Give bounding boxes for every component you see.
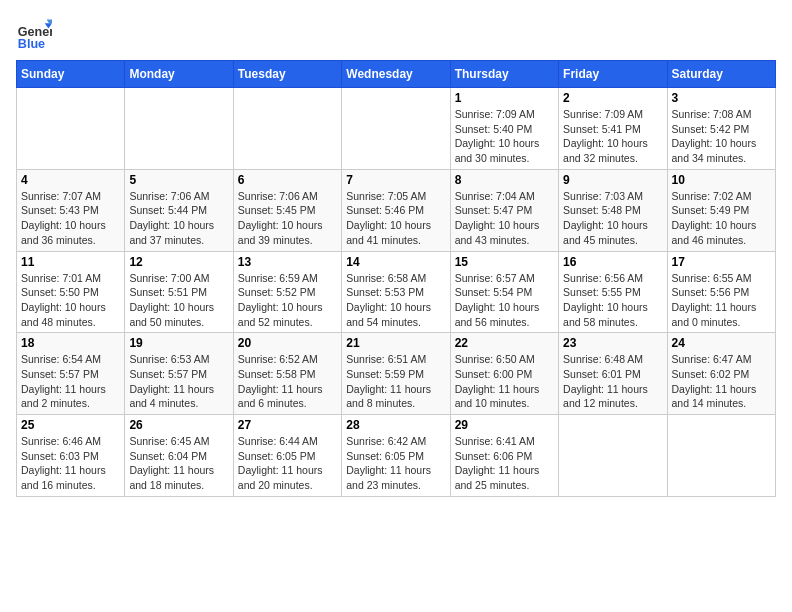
- calendar-cell: 24Sunrise: 6:47 AMSunset: 6:02 PMDayligh…: [667, 333, 775, 415]
- day-number: 28: [346, 418, 445, 432]
- page-header: General Blue: [16, 16, 776, 52]
- calendar-week-row: 25Sunrise: 6:46 AMSunset: 6:03 PMDayligh…: [17, 415, 776, 497]
- calendar-cell: [667, 415, 775, 497]
- day-info: Sunrise: 6:46 AMSunset: 6:03 PMDaylight:…: [21, 434, 120, 493]
- calendar-cell: [125, 88, 233, 170]
- calendar-week-row: 18Sunrise: 6:54 AMSunset: 5:57 PMDayligh…: [17, 333, 776, 415]
- day-info: Sunrise: 6:57 AMSunset: 5:54 PMDaylight:…: [455, 271, 554, 330]
- day-header-friday: Friday: [559, 61, 667, 88]
- calendar-cell: 22Sunrise: 6:50 AMSunset: 6:00 PMDayligh…: [450, 333, 558, 415]
- day-info: Sunrise: 6:51 AMSunset: 5:59 PMDaylight:…: [346, 352, 445, 411]
- day-info: Sunrise: 6:48 AMSunset: 6:01 PMDaylight:…: [563, 352, 662, 411]
- calendar-cell: 1Sunrise: 7:09 AMSunset: 5:40 PMDaylight…: [450, 88, 558, 170]
- day-header-sunday: Sunday: [17, 61, 125, 88]
- day-header-saturday: Saturday: [667, 61, 775, 88]
- day-number: 2: [563, 91, 662, 105]
- calendar-cell: 8Sunrise: 7:04 AMSunset: 5:47 PMDaylight…: [450, 169, 558, 251]
- calendar-cell: 11Sunrise: 7:01 AMSunset: 5:50 PMDayligh…: [17, 251, 125, 333]
- calendar-week-row: 11Sunrise: 7:01 AMSunset: 5:50 PMDayligh…: [17, 251, 776, 333]
- day-info: Sunrise: 6:52 AMSunset: 5:58 PMDaylight:…: [238, 352, 337, 411]
- calendar: SundayMondayTuesdayWednesdayThursdayFrid…: [16, 60, 776, 497]
- day-number: 24: [672, 336, 771, 350]
- day-info: Sunrise: 7:05 AMSunset: 5:46 PMDaylight:…: [346, 189, 445, 248]
- calendar-cell: 28Sunrise: 6:42 AMSunset: 6:05 PMDayligh…: [342, 415, 450, 497]
- day-number: 29: [455, 418, 554, 432]
- calendar-cell: 15Sunrise: 6:57 AMSunset: 5:54 PMDayligh…: [450, 251, 558, 333]
- day-number: 12: [129, 255, 228, 269]
- day-number: 11: [21, 255, 120, 269]
- day-info: Sunrise: 7:08 AMSunset: 5:42 PMDaylight:…: [672, 107, 771, 166]
- day-info: Sunrise: 7:09 AMSunset: 5:40 PMDaylight:…: [455, 107, 554, 166]
- calendar-week-row: 1Sunrise: 7:09 AMSunset: 5:40 PMDaylight…: [17, 88, 776, 170]
- day-info: Sunrise: 6:53 AMSunset: 5:57 PMDaylight:…: [129, 352, 228, 411]
- day-number: 5: [129, 173, 228, 187]
- day-info: Sunrise: 7:06 AMSunset: 5:44 PMDaylight:…: [129, 189, 228, 248]
- day-info: Sunrise: 6:45 AMSunset: 6:04 PMDaylight:…: [129, 434, 228, 493]
- calendar-cell: 20Sunrise: 6:52 AMSunset: 5:58 PMDayligh…: [233, 333, 341, 415]
- calendar-cell: 13Sunrise: 6:59 AMSunset: 5:52 PMDayligh…: [233, 251, 341, 333]
- svg-text:Blue: Blue: [18, 37, 45, 51]
- day-info: Sunrise: 6:55 AMSunset: 5:56 PMDaylight:…: [672, 271, 771, 330]
- day-header-tuesday: Tuesday: [233, 61, 341, 88]
- calendar-cell: 5Sunrise: 7:06 AMSunset: 5:44 PMDaylight…: [125, 169, 233, 251]
- calendar-header-row: SundayMondayTuesdayWednesdayThursdayFrid…: [17, 61, 776, 88]
- day-header-monday: Monday: [125, 61, 233, 88]
- day-info: Sunrise: 7:02 AMSunset: 5:49 PMDaylight:…: [672, 189, 771, 248]
- calendar-cell: 27Sunrise: 6:44 AMSunset: 6:05 PMDayligh…: [233, 415, 341, 497]
- day-info: Sunrise: 6:58 AMSunset: 5:53 PMDaylight:…: [346, 271, 445, 330]
- calendar-cell: 25Sunrise: 6:46 AMSunset: 6:03 PMDayligh…: [17, 415, 125, 497]
- calendar-cell: 10Sunrise: 7:02 AMSunset: 5:49 PMDayligh…: [667, 169, 775, 251]
- calendar-cell: [342, 88, 450, 170]
- calendar-week-row: 4Sunrise: 7:07 AMSunset: 5:43 PMDaylight…: [17, 169, 776, 251]
- calendar-cell: [17, 88, 125, 170]
- calendar-cell: 6Sunrise: 7:06 AMSunset: 5:45 PMDaylight…: [233, 169, 341, 251]
- day-header-thursday: Thursday: [450, 61, 558, 88]
- calendar-cell: 29Sunrise: 6:41 AMSunset: 6:06 PMDayligh…: [450, 415, 558, 497]
- day-number: 26: [129, 418, 228, 432]
- calendar-cell: 12Sunrise: 7:00 AMSunset: 5:51 PMDayligh…: [125, 251, 233, 333]
- day-number: 18: [21, 336, 120, 350]
- day-info: Sunrise: 6:54 AMSunset: 5:57 PMDaylight:…: [21, 352, 120, 411]
- calendar-cell: 4Sunrise: 7:07 AMSunset: 5:43 PMDaylight…: [17, 169, 125, 251]
- day-number: 4: [21, 173, 120, 187]
- day-info: Sunrise: 7:07 AMSunset: 5:43 PMDaylight:…: [21, 189, 120, 248]
- day-info: Sunrise: 7:04 AMSunset: 5:47 PMDaylight:…: [455, 189, 554, 248]
- calendar-cell: 21Sunrise: 6:51 AMSunset: 5:59 PMDayligh…: [342, 333, 450, 415]
- day-number: 27: [238, 418, 337, 432]
- day-number: 7: [346, 173, 445, 187]
- calendar-cell: [559, 415, 667, 497]
- calendar-cell: 9Sunrise: 7:03 AMSunset: 5:48 PMDaylight…: [559, 169, 667, 251]
- day-info: Sunrise: 6:41 AMSunset: 6:06 PMDaylight:…: [455, 434, 554, 493]
- calendar-cell: 19Sunrise: 6:53 AMSunset: 5:57 PMDayligh…: [125, 333, 233, 415]
- day-number: 21: [346, 336, 445, 350]
- day-info: Sunrise: 6:47 AMSunset: 6:02 PMDaylight:…: [672, 352, 771, 411]
- day-header-wednesday: Wednesday: [342, 61, 450, 88]
- day-number: 14: [346, 255, 445, 269]
- day-number: 13: [238, 255, 337, 269]
- day-number: 17: [672, 255, 771, 269]
- day-number: 20: [238, 336, 337, 350]
- calendar-cell: 23Sunrise: 6:48 AMSunset: 6:01 PMDayligh…: [559, 333, 667, 415]
- calendar-cell: 7Sunrise: 7:05 AMSunset: 5:46 PMDaylight…: [342, 169, 450, 251]
- day-number: 16: [563, 255, 662, 269]
- day-info: Sunrise: 6:44 AMSunset: 6:05 PMDaylight:…: [238, 434, 337, 493]
- day-info: Sunrise: 7:01 AMSunset: 5:50 PMDaylight:…: [21, 271, 120, 330]
- day-number: 10: [672, 173, 771, 187]
- logo-icon: General Blue: [16, 16, 52, 52]
- calendar-cell: 3Sunrise: 7:08 AMSunset: 5:42 PMDaylight…: [667, 88, 775, 170]
- day-info: Sunrise: 6:42 AMSunset: 6:05 PMDaylight:…: [346, 434, 445, 493]
- day-info: Sunrise: 7:03 AMSunset: 5:48 PMDaylight:…: [563, 189, 662, 248]
- calendar-cell: 16Sunrise: 6:56 AMSunset: 5:55 PMDayligh…: [559, 251, 667, 333]
- calendar-cell: 17Sunrise: 6:55 AMSunset: 5:56 PMDayligh…: [667, 251, 775, 333]
- day-number: 15: [455, 255, 554, 269]
- calendar-cell: 26Sunrise: 6:45 AMSunset: 6:04 PMDayligh…: [125, 415, 233, 497]
- day-number: 8: [455, 173, 554, 187]
- logo: General Blue: [16, 16, 52, 52]
- day-number: 9: [563, 173, 662, 187]
- day-number: 3: [672, 91, 771, 105]
- day-number: 25: [21, 418, 120, 432]
- day-number: 6: [238, 173, 337, 187]
- day-info: Sunrise: 6:50 AMSunset: 6:00 PMDaylight:…: [455, 352, 554, 411]
- calendar-cell: 14Sunrise: 6:58 AMSunset: 5:53 PMDayligh…: [342, 251, 450, 333]
- day-info: Sunrise: 6:59 AMSunset: 5:52 PMDaylight:…: [238, 271, 337, 330]
